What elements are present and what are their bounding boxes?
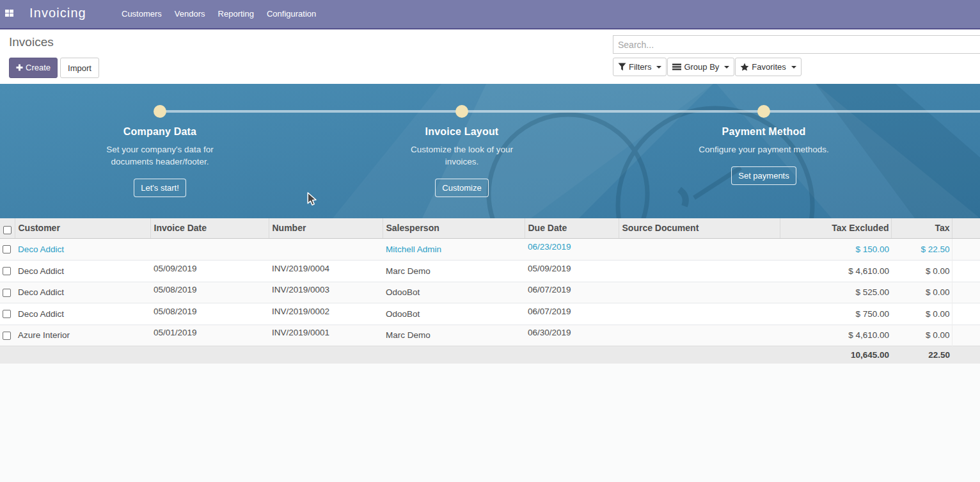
- row-select-cell: [0, 303, 15, 325]
- totals-empty-cell: [619, 346, 780, 364]
- totals-empty-cell: [383, 346, 525, 364]
- totals-empty-cell: [269, 346, 383, 364]
- star-icon: [740, 63, 749, 72]
- cell-tax: $ 0.00: [891, 282, 952, 303]
- cell-due-date: 06/23/2019: [525, 238, 619, 260]
- table-row[interactable]: Deco AddictMitchell Admin06/23/2019$ 150…: [0, 238, 980, 260]
- nav-item-configuration[interactable]: Configuration: [260, 5, 322, 22]
- group-by-button[interactable]: Group By: [667, 58, 734, 76]
- row-select-cell: [0, 238, 15, 260]
- cell-number: INV/2019/0001: [269, 325, 383, 346]
- row-select-cell: [0, 325, 15, 346]
- table-row[interactable]: Deco Addict05/09/2019INV/2019/0004Marc D…: [0, 260, 980, 282]
- cell-text: 05/09/2019: [528, 264, 571, 273]
- create-button[interactable]: Create: [9, 58, 58, 78]
- set-payments-button[interactable]: Set payments: [731, 166, 796, 185]
- onboarding-step-invoice-layout: Invoice Layout Customize the look of you…: [353, 126, 571, 197]
- search-buttons: Filters Group By Favorites: [613, 58, 802, 76]
- onboarding-step-dot[interactable]: [455, 105, 468, 118]
- cell-tax-excluded: $ 4,610.00: [780, 325, 891, 346]
- row-checkbox[interactable]: [3, 245, 11, 253]
- cell-text: INV/2019/0004: [272, 264, 329, 273]
- cell-due-date: 06/30/2019: [525, 325, 619, 346]
- cell-text: 06/07/2019: [528, 307, 571, 316]
- select-all-checkbox[interactable]: [3, 226, 12, 234]
- select-all-cell: [0, 218, 15, 238]
- onboarding-step-dot[interactable]: [154, 105, 166, 118]
- nav-menu: Customers Vendors Reporting Configuratio…: [115, 0, 322, 28]
- top-navbar: Invoicing Customers Vendors Reporting Co…: [0, 0, 980, 29]
- row-checkbox[interactable]: [3, 289, 11, 297]
- page-title: Invoices: [9, 35, 54, 49]
- cell-number: [269, 238, 383, 260]
- totals-empty-cell: [0, 346, 15, 364]
- cell-tax-excluded: $ 4,610.00: [780, 260, 891, 282]
- totals-empty-cell: [150, 346, 269, 364]
- cell-customer: Deco Addict: [15, 303, 150, 325]
- import-button[interactable]: Import: [60, 58, 99, 78]
- row-checkbox[interactable]: [3, 310, 11, 318]
- nav-item-vendors[interactable]: Vendors: [168, 5, 212, 22]
- filters-button[interactable]: Filters: [613, 58, 667, 76]
- onboarding-step-dot[interactable]: [757, 105, 770, 118]
- cell-invoice-date: 05/08/2019: [150, 282, 269, 303]
- table-body: Deco AddictMitchell Admin06/23/2019$ 150…: [0, 238, 980, 346]
- step-description-line: Configure your payment methods.: [699, 145, 828, 154]
- total-tax-excluded: 10,645.00: [780, 346, 891, 364]
- total-tax: 22.50: [891, 346, 952, 364]
- customize-button[interactable]: Customize: [435, 179, 488, 197]
- cell-text: 05/08/2019: [154, 307, 197, 316]
- step-title: Payment Method: [655, 126, 873, 138]
- cell-customer: Azure Interior: [15, 325, 150, 346]
- cell-salesperson: Marc Demo: [383, 260, 525, 282]
- cell-number: INV/2019/0002: [269, 303, 383, 325]
- totals-empty-cell: [15, 346, 150, 364]
- step-description-line: Set your company's data for: [106, 145, 214, 154]
- app-name[interactable]: Invoicing: [29, 6, 86, 20]
- column-header-tax[interactable]: Tax: [891, 218, 952, 238]
- column-header-customer[interactable]: Customer: [15, 218, 150, 238]
- search-input[interactable]: [613, 35, 980, 54]
- cell-due-date: 05/09/2019: [525, 260, 619, 282]
- control-panel: Invoices Create Import Filters Group By …: [0, 29, 980, 84]
- cell-source-document: [619, 303, 780, 325]
- cell-source-document: [619, 282, 780, 303]
- cell-source-document: [619, 260, 780, 282]
- invoice-list: Customer Invoice Date Number Salesperson…: [0, 218, 980, 364]
- row-select-cell: [0, 260, 15, 282]
- table-row[interactable]: Azure Interior05/01/2019INV/2019/0001Mar…: [0, 325, 980, 346]
- apps-menu-icon[interactable]: [5, 10, 13, 17]
- cell-text: 06/30/2019: [528, 328, 571, 337]
- cell-customer: Deco Addict: [15, 282, 150, 303]
- cell-source-document: [619, 325, 780, 346]
- nav-item-customers[interactable]: Customers: [115, 5, 168, 22]
- column-header-source-document[interactable]: Source Document: [619, 218, 780, 238]
- row-select-cell: [0, 282, 15, 303]
- row-checkbox[interactable]: [3, 332, 11, 340]
- cell-tax: $ 0.00: [891, 325, 952, 346]
- row-checkbox[interactable]: [3, 267, 11, 275]
- group-by-button-label: Group By: [684, 62, 719, 72]
- column-header-number[interactable]: Number: [269, 218, 383, 238]
- cell-source-document: [619, 238, 780, 260]
- create-button-label: Create: [26, 63, 51, 72]
- column-header-invoice-date[interactable]: Invoice Date: [150, 218, 269, 238]
- apps-icon-square: [5, 10, 9, 13]
- column-header-tax-excluded[interactable]: Tax Excluded: [780, 218, 891, 238]
- column-header-salesperson[interactable]: Salesperson: [383, 218, 525, 238]
- onboarding-step-company-data: Company Data Set your company's data for…: [51, 126, 269, 197]
- table-totals-row: 10,645.00 22.50: [0, 346, 980, 364]
- lets-start-button[interactable]: Let's start!: [134, 179, 186, 197]
- table-row[interactable]: Deco Addict05/08/2019INV/2019/0002OdooBo…: [0, 303, 980, 325]
- cell-text: 06/07/2019: [528, 285, 571, 294]
- filters-button-label: Filters: [629, 62, 651, 72]
- cell-text: 05/08/2019: [154, 285, 197, 294]
- totals-empty-cell: [525, 346, 619, 364]
- column-header-due-date[interactable]: Due Date: [525, 218, 619, 238]
- cell-tax: $ 22.50: [891, 238, 952, 260]
- nav-item-reporting[interactable]: Reporting: [212, 5, 260, 22]
- cell-text: 06/23/2019: [528, 242, 571, 252]
- plus-icon: [16, 63, 23, 74]
- favorites-button[interactable]: Favorites: [735, 58, 801, 76]
- table-row[interactable]: Deco Addict05/08/2019INV/2019/0003OdooBo…: [0, 282, 980, 303]
